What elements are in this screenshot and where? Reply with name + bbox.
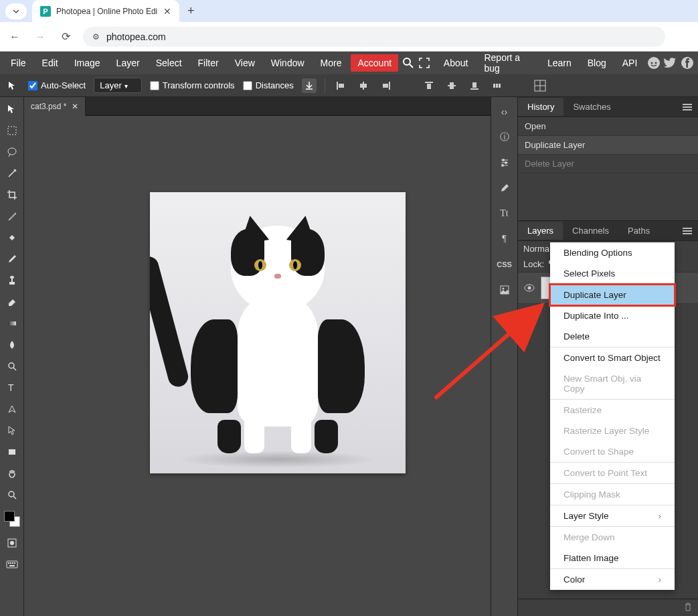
css-panel-icon[interactable]: CSS (494, 254, 515, 275)
blur-tool[interactable] (0, 334, 24, 356)
lasso-tool[interactable] (0, 141, 24, 163)
ctx-duplicate-into[interactable]: Duplicate Into ... (550, 305, 675, 326)
url-bar[interactable]: ⚙ photopea.com (83, 27, 665, 47)
facebook-icon[interactable] (680, 55, 694, 71)
align-bottom-icon[interactable] (467, 78, 482, 93)
reload-button[interactable]: ⟳ (58, 29, 74, 45)
trash-icon[interactable] (683, 602, 693, 613)
menu-file[interactable]: File (4, 54, 33, 72)
text-tool[interactable]: T (0, 377, 24, 398)
tab-search-dropdown[interactable] (5, 3, 27, 19)
canvas-area[interactable] (24, 116, 491, 616)
close-tab-icon[interactable]: ✕ (163, 6, 171, 17)
align-top-icon[interactable] (422, 78, 436, 93)
move-tool-icon[interactable] (5, 78, 20, 93)
paragraph-panel-icon[interactable]: ¶ (494, 228, 515, 250)
ctx-blending-options[interactable]: Blending Options (550, 242, 675, 263)
account-button[interactable]: Account (351, 54, 398, 72)
distribute-icon[interactable] (490, 78, 505, 93)
visibility-icon[interactable] (523, 282, 535, 294)
history-item-open[interactable]: Open (518, 117, 698, 136)
layers-tab[interactable]: Layers (518, 222, 563, 240)
search-icon[interactable] (401, 55, 415, 71)
quick-mask-icon[interactable] (0, 532, 24, 554)
download-icon[interactable] (302, 78, 317, 93)
heal-tool[interactable] (0, 227, 24, 248)
shape-tool[interactable] (0, 441, 24, 463)
hand-tool[interactable] (0, 463, 24, 484)
menu-window[interactable]: Window (264, 54, 311, 72)
channels-tab[interactable]: Channels (563, 222, 618, 240)
close-document-icon[interactable]: ✕ (72, 102, 78, 111)
reddit-icon[interactable] (646, 55, 661, 71)
stamp-tool[interactable] (0, 270, 24, 291)
menu-layer[interactable]: Layer (110, 54, 147, 72)
crop-tool[interactable] (0, 184, 24, 206)
eraser-tool[interactable] (0, 291, 24, 313)
history-panel-menu[interactable] (679, 99, 695, 115)
ctx-color[interactable]: Color (550, 569, 675, 590)
ctx-select-pixels[interactable]: Select Pixels (550, 263, 675, 284)
distances-checkbox[interactable]: Distances (243, 80, 294, 90)
character-panel-icon[interactable]: Tt (494, 203, 515, 224)
sliders-icon[interactable] (494, 152, 515, 173)
menu-select[interactable]: Select (149, 54, 189, 72)
link-about[interactable]: About (437, 54, 475, 72)
move-tool[interactable] (0, 98, 24, 120)
align-center-h-icon[interactable] (356, 78, 371, 93)
zoom-tool[interactable] (0, 484, 24, 506)
ctx-convert-smart[interactable]: Convert to Smart Object (550, 348, 675, 368)
gradient-tool[interactable] (0, 313, 24, 334)
svg-rect-11 (383, 84, 388, 88)
site-info-icon[interactable]: ⚙ (92, 32, 100, 42)
menu-view[interactable]: View (228, 54, 262, 72)
keyboard-icon[interactable] (0, 554, 24, 575)
transform-checkbox[interactable]: Transform controls (150, 80, 235, 90)
brush-panel-icon[interactable] (494, 177, 515, 199)
swatches-tab[interactable]: Swatches (563, 98, 620, 116)
menu-filter[interactable]: Filter (191, 54, 226, 72)
menu-edit[interactable]: Edit (35, 54, 65, 72)
color-swatch[interactable] (4, 511, 20, 527)
ctx-duplicate-layer[interactable]: Duplicate Layer (550, 285, 675, 305)
browser-tab[interactable]: P Photopea | Online Photo Edi ✕ (32, 0, 179, 22)
image-panel-icon[interactable] (494, 279, 515, 301)
menu-image[interactable]: Image (68, 54, 107, 72)
layers-panel-menu[interactable] (679, 223, 695, 239)
pen-tool[interactable] (0, 398, 24, 420)
align-center-v-icon[interactable] (444, 78, 459, 93)
align-right-icon[interactable] (379, 78, 394, 93)
link-learn[interactable]: Learn (541, 54, 578, 72)
history-item-delete[interactable]: Delete Layer (518, 155, 698, 173)
info-icon[interactable]: ⓘ (494, 127, 515, 148)
link-report-bug[interactable]: Report a bug (477, 49, 537, 77)
fullscreen-icon[interactable] (418, 55, 432, 71)
path-select-tool[interactable] (0, 420, 24, 441)
history-item-duplicate[interactable]: Duplicate Layer (518, 136, 698, 155)
brush-tool[interactable] (0, 248, 24, 270)
new-tab-button[interactable]: + (187, 4, 195, 18)
ctx-layer-style[interactable]: Layer Style (550, 506, 675, 526)
svg-text:T: T (8, 382, 14, 393)
eyedropper-tool[interactable] (0, 206, 24, 227)
paths-tab[interactable]: Paths (618, 222, 659, 240)
layer-select-dropdown[interactable]: Layer▾ (94, 78, 142, 93)
twitter-icon[interactable] (663, 55, 677, 71)
menu-more[interactable]: More (314, 54, 349, 72)
forward-button[interactable]: → (32, 29, 48, 45)
wand-tool[interactable] (0, 163, 24, 184)
back-button[interactable]: ← (7, 29, 23, 45)
link-api[interactable]: API (616, 54, 644, 72)
expand-icon[interactable]: ‹› (494, 101, 515, 123)
history-tab[interactable]: History (518, 98, 563, 116)
align-left-icon[interactable] (333, 78, 348, 93)
grid-icon[interactable] (533, 78, 547, 93)
ctx-delete[interactable]: Delete (550, 326, 675, 347)
link-blog[interactable]: Blog (581, 54, 613, 72)
blend-mode-label[interactable]: Norma (523, 244, 549, 254)
marquee-tool[interactable] (0, 120, 24, 141)
dodge-tool[interactable] (0, 356, 24, 377)
document-tab[interactable]: cat3.psd * ✕ (24, 97, 86, 116)
ctx-flatten[interactable]: Flatten Image (550, 548, 675, 568)
auto-select-checkbox[interactable]: Auto-Select (28, 80, 86, 90)
